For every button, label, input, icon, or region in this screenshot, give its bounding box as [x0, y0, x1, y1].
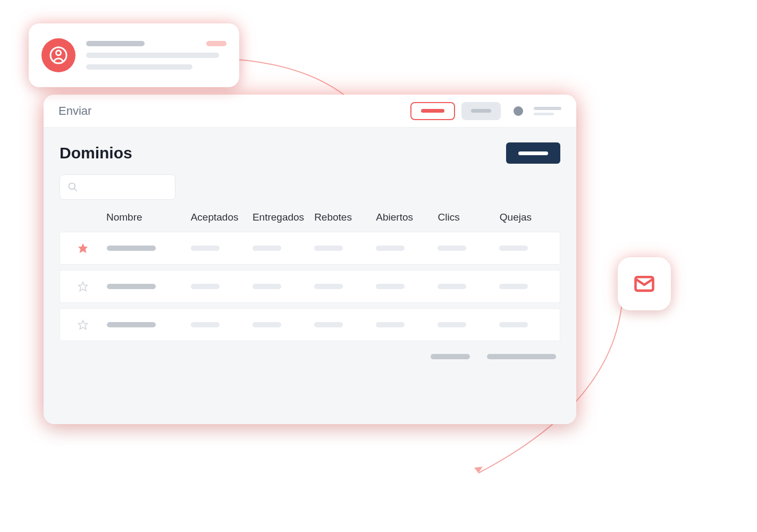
table-header: Nombre Aceptados Entregados Rebotes Abie…: [60, 212, 560, 232]
svg-marker-4: [79, 244, 88, 253]
placeholder-cell: [314, 322, 343, 327]
th-entregados[interactable]: Entregados: [253, 212, 309, 223]
window-header: Enviar: [44, 95, 576, 128]
placeholder-cell: [191, 246, 220, 251]
main-window: Enviar Dominios: [44, 95, 576, 424]
secondary-action-button[interactable]: [461, 102, 501, 120]
placeholder-bar: [86, 41, 145, 46]
add-button[interactable]: [506, 142, 560, 164]
placeholder-cell: [438, 246, 466, 251]
placeholder-bar: [86, 53, 219, 58]
star-icon[interactable]: [78, 243, 88, 254]
mail-icon: [633, 272, 656, 295]
placeholder-cell: [438, 284, 466, 289]
th-aceptados[interactable]: Aceptados: [191, 212, 247, 223]
content-area: Dominios Nombre Aceptados Entregados Reb…: [44, 128, 576, 372]
placeholder-bar: [518, 151, 548, 155]
placeholder-cell: [314, 284, 343, 289]
placeholder-cell: [191, 284, 220, 289]
search-icon: [68, 182, 78, 192]
placeholder-cell: [499, 284, 528, 289]
primary-action-button[interactable]: [410, 102, 455, 120]
svg-marker-5: [79, 282, 88, 291]
window-title: Enviar: [58, 104, 410, 118]
placeholder-badge: [206, 41, 226, 46]
section-title: Dominios: [60, 144, 132, 162]
search-input[interactable]: [60, 174, 175, 200]
placeholder-cell: [107, 322, 156, 327]
placeholder-bar: [86, 64, 192, 70]
th-abiertos[interactable]: Abiertos: [376, 212, 432, 223]
placeholder-cell: [191, 322, 220, 327]
table-row[interactable]: [60, 232, 560, 265]
svg-point-2: [69, 183, 75, 190]
placeholder-cell: [499, 322, 528, 327]
user-circle-icon: [49, 46, 68, 65]
svg-marker-6: [79, 320, 88, 330]
th-clics[interactable]: Clics: [438, 212, 494, 223]
placeholder-cell: [253, 246, 281, 251]
th-rebotes[interactable]: Rebotes: [314, 212, 371, 223]
table-footer: [60, 347, 560, 359]
star-icon[interactable]: [78, 319, 88, 330]
placeholder-bar: [421, 109, 444, 113]
placeholder-cell: [376, 246, 405, 251]
placeholder-cell: [438, 322, 466, 327]
placeholder-bar: [431, 354, 470, 359]
svg-marker-7: [474, 467, 483, 473]
header-actions: [410, 102, 561, 120]
user-meta: [534, 107, 561, 115]
placeholder-cell: [253, 284, 281, 289]
star-icon[interactable]: [78, 281, 88, 292]
placeholder-cell: [499, 246, 528, 251]
placeholder-bar: [534, 113, 554, 115]
th-star: [64, 212, 101, 223]
placeholder-bar: [487, 354, 556, 359]
th-nombre[interactable]: Nombre: [106, 212, 186, 223]
table-row[interactable]: [60, 270, 560, 303]
profile-card: [29, 23, 239, 87]
profile-text-lines: [86, 41, 226, 70]
th-quejas[interactable]: Quejas: [500, 212, 556, 223]
placeholder-cell: [107, 246, 156, 251]
user-avatar-small[interactable]: [514, 106, 523, 116]
placeholder-cell: [376, 284, 405, 289]
placeholder-cell: [376, 322, 405, 327]
content-header: Dominios: [60, 142, 560, 164]
placeholder-bar: [471, 109, 491, 113]
svg-point-1: [56, 50, 61, 55]
placeholder-cell: [253, 322, 281, 327]
placeholder-bar: [534, 107, 561, 110]
placeholder-cell: [314, 246, 343, 251]
mail-card: [618, 257, 671, 310]
table-row[interactable]: [60, 308, 560, 341]
svg-line-3: [74, 189, 77, 191]
placeholder-cell: [107, 284, 156, 289]
avatar: [41, 38, 75, 72]
